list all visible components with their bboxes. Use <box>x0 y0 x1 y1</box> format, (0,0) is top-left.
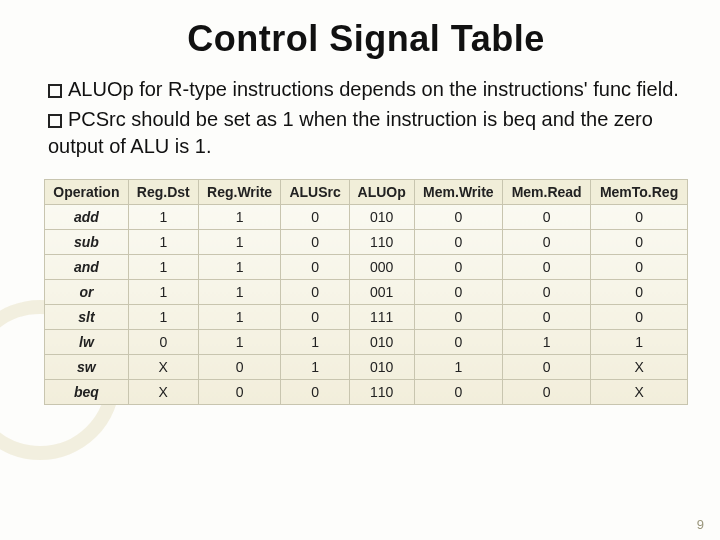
cell-value: 0 <box>281 205 349 230</box>
cell-value: 1 <box>128 205 198 230</box>
cell-value: 0 <box>503 230 591 255</box>
cell-value: 0 <box>503 280 591 305</box>
cell-value: 110 <box>349 380 414 405</box>
cell-value: 1 <box>198 330 281 355</box>
col-regdst: Reg.Dst <box>128 180 198 205</box>
cell-value: X <box>591 355 688 380</box>
cell-value: 1 <box>198 280 281 305</box>
cell-value: 0 <box>503 305 591 330</box>
cell-value: 1 <box>128 230 198 255</box>
cell-value: 0 <box>591 255 688 280</box>
cell-value: 111 <box>349 305 414 330</box>
cell-value: 1 <box>414 355 503 380</box>
cell-value: 0 <box>281 380 349 405</box>
cell-operation: and <box>45 255 129 280</box>
cell-value: 1 <box>591 330 688 355</box>
cell-value: 0 <box>281 230 349 255</box>
cell-operation: add <box>45 205 129 230</box>
bullet-lead: PCSrc <box>68 108 126 130</box>
signal-table-wrap: Operation Reg.Dst Reg.Write ALUSrc ALUOp… <box>40 179 692 405</box>
table-row: lw011010011 <box>45 330 688 355</box>
page-number: 9 <box>697 517 704 532</box>
cell-value: 1 <box>128 255 198 280</box>
slide-content: Control Signal Table ALUOp for R-type in… <box>0 0 720 540</box>
cell-value: 1 <box>128 280 198 305</box>
cell-value: X <box>128 355 198 380</box>
col-regwrite: Reg.Write <box>198 180 281 205</box>
table-row: and110000000 <box>45 255 688 280</box>
cell-value: 110 <box>349 230 414 255</box>
bullet-rest: for R-type instructions depends on the i… <box>134 78 679 100</box>
col-memread: Mem.Read <box>503 180 591 205</box>
cell-value: 0 <box>414 330 503 355</box>
cell-operation: slt <box>45 305 129 330</box>
table-row: swX0101010X <box>45 355 688 380</box>
cell-operation: lw <box>45 330 129 355</box>
col-aluop: ALUOp <box>349 180 414 205</box>
cell-operation: beq <box>45 380 129 405</box>
cell-operation: sub <box>45 230 129 255</box>
cell-value: 1 <box>198 255 281 280</box>
bullet-marker-icon <box>48 114 62 128</box>
cell-value: 0 <box>503 255 591 280</box>
cell-value: 1 <box>128 305 198 330</box>
bullet-marker-icon <box>48 84 62 98</box>
bullet-rest: should be set as 1 when the instruction … <box>48 108 653 156</box>
table-row: add110010000 <box>45 205 688 230</box>
bullet-item: PCSrc should be set as 1 when the instru… <box>48 106 680 159</box>
control-signal-table: Operation Reg.Dst Reg.Write ALUSrc ALUOp… <box>44 179 688 405</box>
table-header: Operation Reg.Dst Reg.Write ALUSrc ALUOp… <box>45 180 688 205</box>
table-row: or110001000 <box>45 280 688 305</box>
cell-value: 0 <box>281 280 349 305</box>
cell-operation: or <box>45 280 129 305</box>
cell-value: 000 <box>349 255 414 280</box>
cell-value: 0 <box>281 255 349 280</box>
col-alusrc: ALUSrc <box>281 180 349 205</box>
col-memwrite: Mem.Write <box>414 180 503 205</box>
cell-value: 0 <box>128 330 198 355</box>
cell-value: 1 <box>281 330 349 355</box>
cell-value: 0 <box>198 380 281 405</box>
cell-value: 1 <box>198 305 281 330</box>
cell-value: 1 <box>198 205 281 230</box>
table-row: sub110110000 <box>45 230 688 255</box>
cell-value: 0 <box>591 305 688 330</box>
bullet-list: ALUOp for R-type instructions depends on… <box>40 76 692 159</box>
table-body: add110010000sub110110000and110000000or11… <box>45 205 688 405</box>
cell-value: 0 <box>503 380 591 405</box>
cell-value: 0 <box>414 305 503 330</box>
cell-value: 010 <box>349 205 414 230</box>
cell-value: 010 <box>349 355 414 380</box>
cell-value: 0 <box>591 205 688 230</box>
cell-value: 0 <box>591 280 688 305</box>
cell-value: 0 <box>503 355 591 380</box>
cell-value: 1 <box>503 330 591 355</box>
cell-value: 0 <box>281 305 349 330</box>
table-header-row: Operation Reg.Dst Reg.Write ALUSrc ALUOp… <box>45 180 688 205</box>
bullet-lead: ALUOp <box>68 78 134 100</box>
table-row: slt110111000 <box>45 305 688 330</box>
col-operation: Operation <box>45 180 129 205</box>
cell-value: 0 <box>414 255 503 280</box>
cell-value: X <box>128 380 198 405</box>
cell-value: 0 <box>414 280 503 305</box>
cell-value: 1 <box>281 355 349 380</box>
cell-value: 010 <box>349 330 414 355</box>
cell-value: 1 <box>198 230 281 255</box>
cell-value: 0 <box>503 205 591 230</box>
cell-value: 0 <box>414 380 503 405</box>
cell-value: 001 <box>349 280 414 305</box>
cell-value: X <box>591 380 688 405</box>
col-memtoreg: MemTo.Reg <box>591 180 688 205</box>
cell-value: 0 <box>414 205 503 230</box>
cell-value: 0 <box>591 230 688 255</box>
bullet-item: ALUOp for R-type instructions depends on… <box>48 76 680 102</box>
table-row: beqX0011000X <box>45 380 688 405</box>
page-title: Control Signal Table <box>40 18 692 60</box>
cell-value: 0 <box>414 230 503 255</box>
cell-operation: sw <box>45 355 129 380</box>
cell-value: 0 <box>198 355 281 380</box>
